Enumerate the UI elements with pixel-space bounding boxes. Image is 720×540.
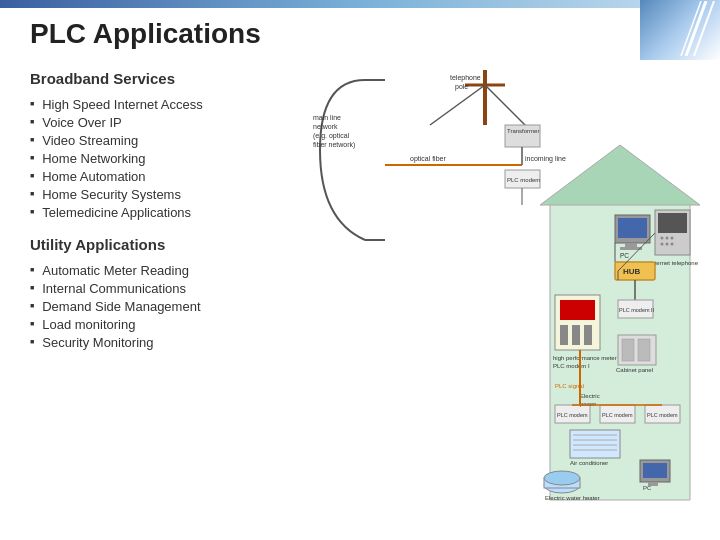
- svg-text:PLC modem: PLC modem: [507, 177, 540, 183]
- svg-rect-37: [618, 218, 647, 238]
- list-item: Home Automation: [30, 169, 330, 184]
- svg-point-32: [661, 243, 664, 246]
- diagram-area: main line network (e.g. optical fiber ne…: [310, 70, 710, 530]
- svg-rect-28: [658, 213, 687, 233]
- list-item: High Speed Internet Access: [30, 97, 330, 112]
- svg-marker-26: [540, 145, 700, 205]
- svg-text:power: power: [580, 401, 596, 407]
- svg-rect-49: [572, 325, 580, 345]
- list-item: Video Streaming: [30, 133, 330, 148]
- svg-text:PLC modem: PLC modem: [647, 412, 678, 418]
- broadband-list: High Speed Internet Access Voice Over IP…: [30, 97, 330, 220]
- svg-rect-55: [638, 339, 650, 361]
- svg-text:high performance meter: high performance meter: [553, 355, 617, 361]
- content-left: Broadband Services High Speed Internet A…: [30, 70, 330, 520]
- svg-text:Electric: Electric: [580, 393, 600, 399]
- list-item: Home Security Systems: [30, 187, 330, 202]
- svg-text:fiber network): fiber network): [313, 141, 355, 149]
- list-item: Automatic Meter Reading: [30, 263, 330, 278]
- svg-text:optical fiber: optical fiber: [410, 155, 446, 163]
- list-item: Home Networking: [30, 151, 330, 166]
- svg-text:network: network: [313, 123, 338, 130]
- utility-list: Automatic Meter Reading Internal Communi…: [30, 263, 330, 350]
- svg-line-13: [430, 85, 485, 125]
- svg-text:Cabinet panel: Cabinet panel: [616, 367, 653, 373]
- svg-text:Transformer: Transformer: [507, 128, 539, 134]
- svg-point-34: [671, 243, 674, 246]
- svg-text:Electric water heater: Electric water heater: [545, 495, 600, 501]
- svg-text:PLC modem I: PLC modem I: [553, 363, 590, 369]
- svg-point-30: [666, 237, 669, 240]
- network-diagram: main line network (e.g. optical fiber ne…: [310, 70, 710, 520]
- svg-text:(e.g. optical: (e.g. optical: [313, 132, 350, 140]
- svg-point-71: [544, 471, 580, 485]
- page-title: PLC Applications: [30, 18, 261, 50]
- svg-point-33: [666, 243, 669, 246]
- list-item: Load monitoring: [30, 317, 330, 332]
- svg-rect-54: [622, 339, 634, 361]
- top-gradient-bar: [0, 0, 720, 8]
- svg-rect-48: [560, 325, 568, 345]
- svg-line-12: [485, 85, 530, 130]
- svg-text:PLC modem II: PLC modem II: [619, 307, 655, 313]
- corner-logo: [640, 0, 720, 60]
- list-item: Security Monitoring: [30, 335, 330, 350]
- svg-rect-47: [560, 300, 595, 320]
- svg-rect-63: [570, 430, 620, 458]
- svg-point-31: [671, 237, 674, 240]
- svg-text:pole: pole: [455, 83, 468, 91]
- broadband-heading: Broadband Services: [30, 70, 330, 87]
- list-item: Internal Communications: [30, 281, 330, 296]
- svg-rect-74: [643, 463, 667, 478]
- list-item: Demand Side Management: [30, 299, 330, 314]
- svg-text:incoming line: incoming line: [525, 155, 566, 163]
- svg-text:HUB: HUB: [623, 267, 641, 276]
- svg-text:internet telephone: internet telephone: [650, 260, 699, 266]
- svg-rect-50: [584, 325, 592, 345]
- svg-text:PLC modem: PLC modem: [557, 412, 588, 418]
- list-item: Voice Over IP: [30, 115, 330, 130]
- utility-heading: Utility Applications: [30, 236, 330, 253]
- svg-text:Air conditioner: Air conditioner: [570, 460, 608, 466]
- svg-text:PC: PC: [620, 252, 629, 259]
- svg-text:PC: PC: [643, 485, 652, 491]
- svg-text:telephone: telephone: [450, 74, 481, 82]
- svg-text:main line: main line: [313, 114, 341, 121]
- svg-point-29: [661, 237, 664, 240]
- list-item: Telemedicine Applications: [30, 205, 330, 220]
- svg-text:PLC modem: PLC modem: [602, 412, 633, 418]
